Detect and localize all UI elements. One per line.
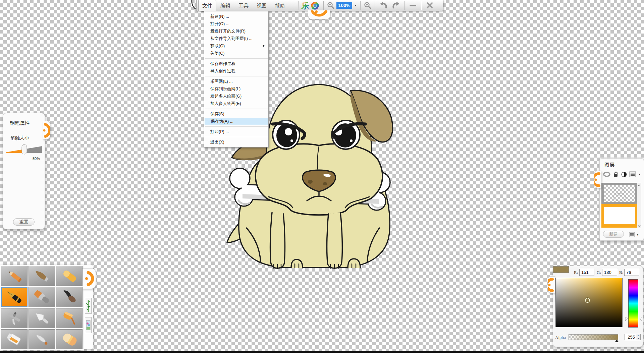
toolbar-handle[interactable] xyxy=(308,10,330,19)
menu-item-print[interactable]: 打印(P) ... xyxy=(205,128,268,135)
menu-item-save[interactable]: 保存(S) xyxy=(205,110,268,118)
main-toolbar: 文件 编辑 工具 视图 帮助 乐 画 100% ▼ xyxy=(196,0,443,11)
canvas[interactable]: 文件 编辑 工具 视图 帮助 乐 画 100% ▼ xyxy=(0,0,644,353)
pen-panel-handle[interactable] xyxy=(43,121,50,139)
flat-brush-icon xyxy=(32,289,52,305)
layer-lock-icon[interactable] xyxy=(613,171,619,177)
tool-eraser[interactable] xyxy=(56,329,83,349)
layers-panel-title: 图层 xyxy=(604,162,644,168)
menu-item-import-to-layer[interactable]: 从文件导入到图层(I) ... xyxy=(205,35,268,42)
menu-item-save-as[interactable]: 保存为(A) ... xyxy=(205,118,268,125)
layers-scrollbar[interactable] xyxy=(637,183,641,228)
brush-size-slider[interactable] xyxy=(5,144,43,155)
tool-fountain-pen[interactable] xyxy=(1,287,28,307)
redo-button[interactable] xyxy=(390,0,402,11)
alpha-value[interactable]: 255 xyxy=(625,334,636,340)
color-panel-handle[interactable] xyxy=(548,276,555,293)
tool-pencil[interactable] xyxy=(1,266,28,286)
menu-item-open[interactable]: 打开(O) ... xyxy=(205,20,268,27)
plant-sticker-button[interactable] xyxy=(85,298,92,314)
minimize-button[interactable] xyxy=(407,0,419,11)
layers-options-icon[interactable] xyxy=(629,232,635,237)
alpha-decrement-button[interactable]: ▼ xyxy=(636,337,640,340)
menu-item-save-process[interactable]: 保存创作过程 xyxy=(205,60,268,67)
green-input[interactable] xyxy=(602,269,617,276)
green-label: G: xyxy=(597,270,601,275)
redo-icon xyxy=(392,1,400,10)
tool-pointed-brush[interactable] xyxy=(29,266,55,286)
blue-label: B: xyxy=(619,270,623,275)
toolbar-separator xyxy=(421,1,421,10)
zoom-level-value[interactable]: 100% xyxy=(336,2,352,9)
slider-handle[interactable] xyxy=(22,144,27,154)
blue-input[interactable] xyxy=(624,269,639,276)
menu-item-acquire[interactable]: 获取(Q) ▶ xyxy=(205,42,268,50)
menu-separator xyxy=(205,137,268,137)
layer-visibility-icon[interactable] xyxy=(603,172,610,177)
undo-button[interactable] xyxy=(377,0,390,11)
tool-flat-brush[interactable] xyxy=(29,287,55,307)
hue-marker-left[interactable] xyxy=(625,316,628,321)
alpha-spinner: 255 ▲ ▼ xyxy=(625,334,641,340)
alpha-marker[interactable] xyxy=(615,340,619,342)
menu-item-recent-files[interactable]: 最近打开的文件(R) xyxy=(205,27,268,35)
dog-front-leg-right xyxy=(327,213,342,268)
scroll-down-button[interactable] xyxy=(637,224,641,228)
menu-item-join-multiplayer[interactable]: 加入多人绘画(E) xyxy=(205,100,268,107)
tool-palette-knife[interactable] xyxy=(29,308,55,328)
layers-panel: 图层 ▼ xyxy=(599,158,644,241)
tool-palette-panel xyxy=(0,265,84,350)
reset-button[interactable]: 重置 xyxy=(13,218,35,226)
menu-view[interactable]: 视图 xyxy=(253,0,271,11)
brush-size-label: 笔触大小 xyxy=(10,135,45,141)
paint-roller-icon xyxy=(59,310,79,326)
scroll-up-button[interactable] xyxy=(637,183,641,187)
zoom-dropdown-arrow[interactable]: ▼ xyxy=(354,4,357,7)
menu-item-new[interactable]: 新建(N) ... xyxy=(205,13,268,20)
layers-options-dropdown-arrow[interactable]: ▼ xyxy=(636,233,639,236)
menu-edit[interactable]: 编辑 xyxy=(216,0,234,11)
menu-tools[interactable]: 工具 xyxy=(234,0,253,11)
hue-slider[interactable] xyxy=(628,279,638,328)
menu-item-start-multiplayer[interactable]: 发起多人绘画(G) xyxy=(205,93,268,100)
toolbar-separator xyxy=(323,1,324,10)
tool-grid xyxy=(1,266,83,349)
menu-item-lehua-web[interactable]: 乐画网(L) ... xyxy=(205,78,268,85)
close-button[interactable] xyxy=(423,0,436,11)
tool-palette-handle[interactable] xyxy=(83,268,96,289)
tool-fine-brush[interactable] xyxy=(29,329,55,349)
red-input[interactable] xyxy=(579,269,594,276)
undo-icon xyxy=(379,1,388,10)
menu-item-exit[interactable]: 退出(X) xyxy=(205,138,268,146)
zoom-in-button[interactable] xyxy=(363,0,373,11)
tool-marker[interactable] xyxy=(1,329,28,349)
hue-marker-right[interactable] xyxy=(639,316,642,321)
bamboo-icon xyxy=(86,299,91,312)
layer-row-background-selected[interactable] xyxy=(601,204,638,228)
menu-item-save-to-lehua[interactable]: 保存到乐画网(L) xyxy=(205,85,268,93)
menu-item-close-file[interactable]: 关闭(C) xyxy=(205,50,268,57)
tool-crayon[interactable] xyxy=(56,266,83,286)
handle-arc-icon xyxy=(308,10,330,19)
alpha-increment-button[interactable]: ▲ xyxy=(636,334,640,337)
menu-item-import-process[interactable]: 导入创作过程 xyxy=(205,67,268,75)
saturation-value-picker[interactable] xyxy=(555,278,623,327)
layer-menu-dropdown-arrow[interactable]: ▼ xyxy=(638,173,641,176)
fountain-pen-icon xyxy=(4,289,24,305)
image-sticker-button[interactable] xyxy=(85,317,92,333)
zoom-out-button[interactable] xyxy=(326,0,336,11)
layers-panel-handle[interactable] xyxy=(594,171,601,188)
color-cursor[interactable] xyxy=(585,298,590,303)
new-layer-button[interactable]: 新建 xyxy=(603,231,624,238)
alpha-slider[interactable] xyxy=(569,334,618,340)
handle-arc-icon xyxy=(594,171,601,188)
layer-row-sketch[interactable] xyxy=(601,183,638,204)
layer-menu-icon[interactable] xyxy=(629,171,636,177)
tool-paint-roller[interactable] xyxy=(56,308,83,328)
tool-ink-brush[interactable] xyxy=(56,287,83,307)
file-menu-dropdown: 新建(N) ... 打开(O) ... 最近打开的文件(R) 从文件导入到图层(… xyxy=(204,11,269,148)
layer-blend-icon[interactable] xyxy=(621,172,627,177)
menu-help[interactable]: 帮助 xyxy=(271,0,289,11)
menu-file[interactable]: 文件 xyxy=(198,0,216,11)
tool-airbrush[interactable] xyxy=(1,308,28,328)
